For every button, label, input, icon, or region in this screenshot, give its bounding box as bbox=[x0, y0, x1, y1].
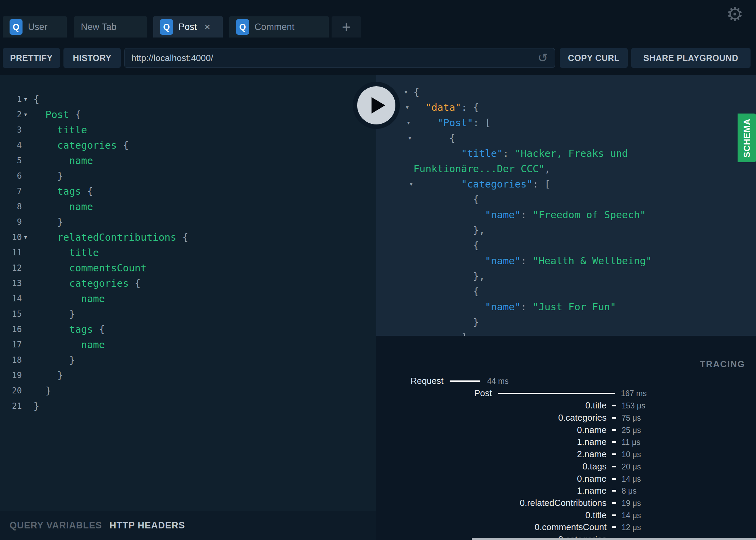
collapse-arrow-icon[interactable]: ▼ bbox=[407, 136, 412, 140]
timing-bar bbox=[498, 393, 615, 394]
tracing-row: 0.name25 μs bbox=[376, 424, 756, 436]
tab-post[interactable]: QPost× bbox=[153, 16, 223, 38]
timing-dash bbox=[612, 453, 616, 455]
schema-tab[interactable]: SCHEMA bbox=[738, 114, 756, 162]
timing-value: 167 ms bbox=[621, 389, 646, 398]
timing-dash bbox=[612, 417, 616, 419]
timing-dash bbox=[612, 490, 616, 492]
collapse-arrow-icon[interactable]: ▼ bbox=[406, 120, 411, 125]
timing-dash bbox=[612, 441, 616, 443]
tracing-title: TRACING bbox=[700, 359, 745, 370]
fold-arrow-icon[interactable]: ▼ bbox=[23, 235, 28, 240]
play-icon bbox=[372, 97, 385, 114]
fold-arrow-icon[interactable]: ▼ bbox=[23, 97, 28, 102]
timing-value: 14 μs bbox=[622, 475, 641, 484]
tracing-row: Request44 ms bbox=[376, 375, 756, 387]
history-button[interactable]: HISTORY bbox=[63, 48, 121, 68]
tracing-label: 0.title bbox=[585, 510, 607, 521]
timing-value: 8 μs bbox=[622, 486, 637, 496]
response-json: { "data": { "Post": [ { "title": "Hacker… bbox=[413, 85, 652, 336]
tracing-row: 1.name11 μs bbox=[376, 436, 756, 448]
tab-label: New Tab bbox=[81, 22, 117, 32]
timing-value: 12 μs bbox=[622, 523, 641, 532]
tracing-panel[interactable]: TRACING Request44 msPost167 ms0.title153… bbox=[376, 336, 756, 540]
timing-value: 25 μs bbox=[622, 426, 641, 435]
tracing-row: 1.name8 μs bbox=[376, 485, 756, 497]
tracing-label: 0.commentsCount bbox=[535, 522, 607, 532]
query-badge: Q bbox=[236, 19, 249, 35]
prettify-button[interactable]: PRETTIFY bbox=[3, 48, 60, 68]
fold-arrow-icon[interactable]: ▼ bbox=[23, 112, 28, 117]
tab-label: Comment bbox=[255, 22, 294, 32]
tracing-row: 2.name10 μs bbox=[376, 448, 756, 461]
tracing-label: 0.relatedContributions bbox=[520, 498, 607, 508]
tracing-row: 0.title153 μs bbox=[376, 400, 756, 412]
query-code[interactable]: { Post { title categories { name } tags … bbox=[33, 92, 188, 414]
copy-curl-button[interactable]: COPY CURL bbox=[560, 48, 628, 68]
tracing-label: 0.name bbox=[577, 474, 607, 484]
tracing-row: Post167 ms bbox=[376, 387, 756, 400]
timing-dash bbox=[612, 429, 616, 431]
timing-value: 19 μs bbox=[622, 499, 641, 508]
tracing-label: 1.name bbox=[577, 485, 607, 496]
tracing-label: Request bbox=[410, 376, 444, 386]
tracing-label: 0.name bbox=[577, 425, 607, 435]
timing-dash bbox=[612, 478, 616, 480]
tracing-row: 0.title14 μs bbox=[376, 509, 756, 522]
timing-value: 11 μs bbox=[622, 438, 640, 447]
tracing-label: Post bbox=[474, 388, 492, 399]
tab-comment[interactable]: QComment bbox=[229, 16, 329, 38]
tab-new-tab[interactable]: New Tab bbox=[74, 16, 147, 38]
footer-bar: QUERY VARIABLES HTTP HEADERS bbox=[0, 511, 376, 540]
timing-dash bbox=[612, 405, 616, 406]
tracing-label: 0.categories bbox=[558, 412, 607, 423]
horizontal-scrollbar[interactable] bbox=[472, 538, 756, 540]
plus-icon: + bbox=[342, 18, 351, 35]
query-editor[interactable]: 1 2 3 4 5 6 7 8 9 10 11 12 13 14 15 16 1… bbox=[0, 75, 376, 511]
collapse-arrow-icon[interactable]: ▼ bbox=[409, 182, 413, 186]
tracing-row: 0.commentsCount12 μs bbox=[376, 521, 756, 534]
tracing-label: 0.tags bbox=[582, 461, 607, 472]
timing-value: 14 μs bbox=[622, 511, 641, 520]
timing-value: 20 μs bbox=[622, 462, 641, 471]
timing-dash bbox=[612, 466, 616, 467]
tab-user[interactable]: QUser bbox=[3, 16, 67, 38]
tab-label: User bbox=[28, 22, 47, 32]
timing-dash bbox=[612, 514, 616, 516]
tracing-row: 0.name14 μs bbox=[376, 473, 756, 485]
query-badge: Q bbox=[160, 19, 173, 35]
tracing-label: 1.name bbox=[577, 437, 607, 447]
collapse-arrow-icon[interactable]: ▼ bbox=[404, 90, 408, 94]
tracing-row: 0.relatedContributions19 μs bbox=[376, 497, 756, 509]
reload-endpoint-icon[interactable]: ↺ bbox=[538, 52, 548, 64]
tracing-row: 0.tags20 μs bbox=[376, 461, 756, 473]
header: QUserNew TabQPost×QComment + ⚙ PRETTIFY … bbox=[0, 0, 756, 75]
query-badge: Q bbox=[10, 19, 23, 35]
collapse-arrow-icon[interactable]: ▼ bbox=[405, 105, 410, 110]
tab-label: Post bbox=[178, 22, 197, 32]
endpoint-url-value: http://localhost:4000/ bbox=[131, 53, 538, 63]
timing-value: 75 μs bbox=[622, 414, 641, 423]
timing-value: 153 μs bbox=[622, 401, 645, 410]
share-playground-button[interactable]: SHARE PLAYGROUND bbox=[631, 48, 751, 68]
settings-gear-icon[interactable]: ⚙ bbox=[725, 4, 745, 25]
query-variables-tab[interactable]: QUERY VARIABLES bbox=[10, 520, 102, 531]
tracing-label: 0.title bbox=[585, 400, 607, 411]
response-pane[interactable]: ▼▼▼▼▼ { "data": { "Post": [ { "title": "… bbox=[376, 75, 756, 336]
endpoint-url-input[interactable]: http://localhost:4000/ ↺ bbox=[124, 48, 555, 68]
line-number-gutter: 1 2 3 4 5 6 7 8 9 10 11 12 13 14 15 16 1… bbox=[7, 92, 22, 414]
timing-dash bbox=[612, 502, 616, 504]
timing-value: 10 μs bbox=[622, 450, 641, 459]
execute-button[interactable] bbox=[353, 82, 400, 129]
timing-dash bbox=[612, 526, 616, 528]
timing-bar bbox=[450, 380, 480, 382]
tracing-label: 2.name bbox=[577, 449, 607, 460]
close-icon[interactable]: × bbox=[204, 22, 210, 32]
play-circle bbox=[357, 86, 395, 124]
new-tab-button[interactable]: + bbox=[332, 16, 361, 38]
timing-value: 44 ms bbox=[487, 377, 509, 386]
http-headers-tab[interactable]: HTTP HEADERS bbox=[110, 520, 185, 531]
tracing-row: 0.categories75 μs bbox=[376, 412, 756, 424]
